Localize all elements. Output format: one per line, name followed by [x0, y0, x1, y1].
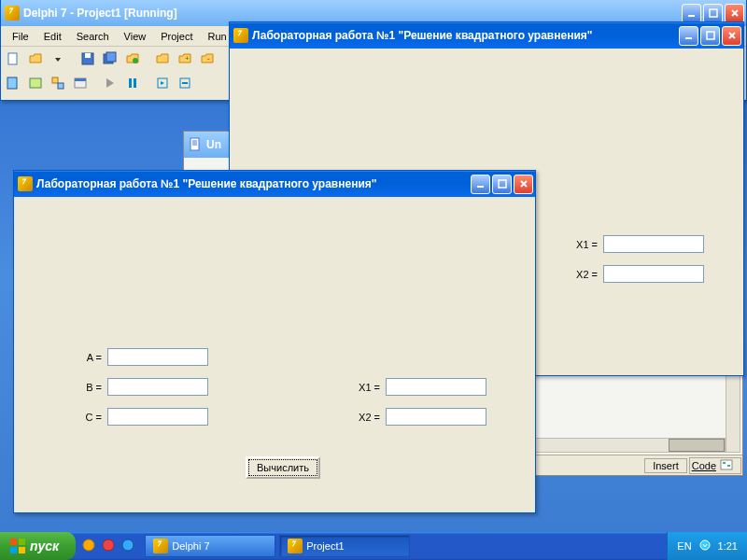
runform-body: A = B = C = X1 = X2 = Вычислить: [14, 197, 535, 512]
menu-view[interactable]: View: [117, 29, 154, 44]
svg-point-41: [83, 539, 94, 551]
runform-title: Лабораторная работа №1 "Решение квадратн…: [36, 177, 471, 190]
new-icon[interactable]: [3, 49, 23, 69]
field-b: B =: [70, 378, 208, 396]
add-file-icon[interactable]: +: [175, 49, 195, 69]
d-field-x1: X1 =: [566, 235, 704, 253]
minimize-button[interactable]: [471, 175, 490, 194]
view-unit-icon[interactable]: [3, 73, 23, 93]
close-button[interactable]: [722, 26, 741, 46]
svg-point-43: [122, 539, 134, 551]
menu-project[interactable]: Project: [153, 29, 200, 44]
ql-icon-3[interactable]: [120, 538, 137, 554]
task-label: Project1: [306, 540, 344, 552]
language-indicator[interactable]: EN: [677, 540, 691, 552]
delphi-icon: [18, 176, 33, 191]
label-b: B =: [70, 382, 102, 393]
d-input-x1[interactable]: [603, 235, 704, 253]
remove-file-icon[interactable]: -: [197, 49, 218, 69]
menu-edit[interactable]: Edit: [36, 29, 69, 44]
designer-title: Лабораторная работа №1 "Решение квадратн…: [252, 29, 679, 42]
start-button[interactable]: пуск: [0, 532, 76, 560]
task-delphi[interactable]: Delphi 7: [145, 535, 275, 557]
saveall-icon[interactable]: [100, 49, 120, 69]
input-x2[interactable]: [386, 408, 486, 426]
svg-rect-20: [30, 78, 41, 88]
calculate-button[interactable]: Вычислить: [246, 456, 320, 479]
code-tab[interactable]: Code: [689, 457, 741, 474]
ql-icon-1[interactable]: [81, 538, 98, 554]
svg-rect-34: [499, 180, 506, 188]
dropdown-icon[interactable]: [48, 49, 68, 69]
scroll-thumb[interactable]: [669, 439, 725, 452]
menu-search[interactable]: Search: [69, 29, 117, 44]
input-a[interactable]: [107, 348, 208, 366]
code-tab-label: Code: [692, 460, 716, 471]
svg-point-44: [700, 540, 710, 550]
minimize-button[interactable]: [679, 26, 698, 46]
svg-rect-25: [129, 78, 132, 88]
label-c: C =: [70, 412, 102, 423]
d-field-x2: X2 =: [566, 265, 704, 283]
open-icon[interactable]: [25, 49, 46, 69]
delphi-icon: [233, 28, 248, 43]
run-icon[interactable]: [100, 73, 120, 93]
toggle-icon[interactable]: [48, 73, 68, 93]
close-button[interactable]: [725, 4, 744, 23]
folder-icon[interactable]: [152, 49, 173, 69]
svg-rect-6: [727, 465, 730, 467]
status-insert: Insert: [644, 458, 687, 473]
svg-rect-22: [58, 83, 63, 89]
input-x1[interactable]: [386, 378, 486, 396]
svg-rect-21: [52, 77, 58, 83]
label-x1: X1 =: [348, 382, 380, 393]
field-x1: X1 =: [348, 378, 486, 396]
delphi-icon: [5, 6, 20, 21]
ql-icon-2[interactable]: [101, 538, 118, 554]
task-project1[interactable]: Project1: [279, 535, 410, 557]
pause-icon[interactable]: [122, 73, 143, 93]
open-project-icon[interactable]: [122, 49, 143, 69]
trace-into-icon[interactable]: [152, 73, 173, 93]
clock[interactable]: 1:21: [718, 540, 738, 552]
step-over-icon[interactable]: [175, 73, 195, 93]
runform-titlebar[interactable]: Лабораторная работа №1 "Решение квадратн…: [14, 171, 535, 197]
svg-rect-37: [10, 539, 17, 545]
svg-rect-26: [134, 78, 136, 88]
label-a: A =: [70, 352, 102, 363]
svg-rect-38: [19, 539, 25, 545]
view-form-icon[interactable]: [25, 73, 46, 93]
tray-chevron-icon[interactable]: [699, 539, 711, 553]
save-icon[interactable]: [78, 49, 98, 69]
maximize-button[interactable]: [703, 4, 723, 23]
designer-titlebar[interactable]: Лабораторная работа №1 "Решение квадратн…: [230, 22, 743, 49]
svg-rect-5: [723, 462, 726, 464]
svg-rect-40: [19, 547, 25, 553]
diagram-tab-icon: [720, 459, 733, 472]
menu-file[interactable]: File: [5, 29, 36, 44]
ide-title: Delphi 7 - Project1 [Running]: [23, 7, 682, 20]
maximize-button[interactable]: [492, 175, 512, 194]
input-b[interactable]: [107, 378, 208, 396]
windows-logo-icon: [9, 538, 26, 554]
d-input-x2[interactable]: [603, 265, 704, 283]
minimize-button[interactable]: [682, 4, 701, 23]
svg-rect-11: [8, 53, 17, 64]
start-label: пуск: [30, 539, 59, 553]
d-label-x2: X2 =: [566, 269, 598, 280]
svg-rect-24: [75, 78, 86, 81]
task-label: Delphi 7: [172, 540, 209, 552]
delphi-icon: [288, 539, 303, 553]
svg-point-42: [103, 539, 114, 551]
new-form-icon[interactable]: [70, 73, 91, 93]
field-c: C =: [70, 408, 208, 426]
field-x2: X2 =: [348, 408, 486, 426]
close-button[interactable]: [514, 175, 533, 194]
svg-text:-: -: [207, 54, 210, 63]
input-c[interactable]: [107, 408, 208, 426]
svg-rect-15: [106, 52, 116, 62]
svg-rect-39: [10, 547, 17, 553]
system-tray: EN 1:21: [667, 532, 747, 560]
maximize-button[interactable]: [700, 26, 720, 46]
svg-rect-8: [710, 9, 717, 17]
